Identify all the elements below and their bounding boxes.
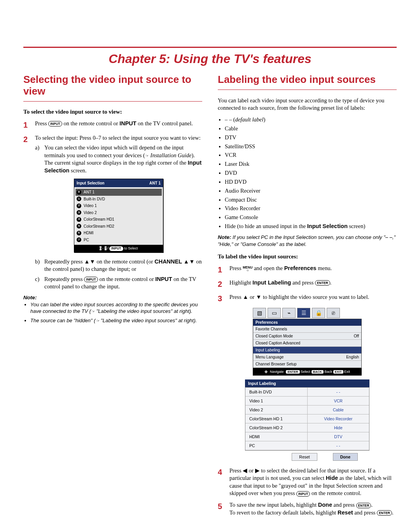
label-item: Cable xyxy=(225,125,397,132)
step-number: 4 xyxy=(218,467,226,497)
pref-row: Favorite Channels xyxy=(253,326,361,333)
digit-icon: 1 xyxy=(77,197,81,201)
text: and press xyxy=(291,279,315,286)
text: . xyxy=(371,502,373,508)
osd-item-label: HDMI xyxy=(84,230,94,236)
osd-item: 6HDMI xyxy=(77,230,161,237)
il-title: Input Labeling xyxy=(245,379,369,387)
right-step-2: 2 Highlight Input Labeling and press ENT… xyxy=(218,279,397,290)
bold-label: Hide xyxy=(326,475,338,481)
text: Press xyxy=(229,265,243,271)
text: . xyxy=(392,509,394,516)
right-step-1: 1 Press MENU○ and open the Preferences m… xyxy=(218,265,397,275)
digit-icon: 6 xyxy=(77,231,81,235)
il-row: PC- - xyxy=(245,441,369,450)
pref-row: Input Labeling xyxy=(253,347,361,354)
label-item: Satellite/DSS xyxy=(225,143,397,150)
label-item: DTV xyxy=(225,134,397,141)
osd-item: 3Video 2 xyxy=(77,209,161,216)
osd-item-label: Video 1 xyxy=(84,203,97,209)
note-heading: Note: xyxy=(218,234,231,240)
osd-item-label: Built-In DVD xyxy=(84,197,105,202)
pref-row: Menu LanguageEnglish xyxy=(253,354,361,361)
text: . xyxy=(330,279,332,286)
text: Press ▲ or ▼ to highlight the video sour… xyxy=(229,293,397,304)
il-row: ColorStream HD 1Video Recorder xyxy=(245,414,369,423)
step-number: 3 xyxy=(218,293,226,304)
tab-apps-icon: ⌁ xyxy=(282,308,296,318)
step-number: 1 xyxy=(218,265,226,275)
osd-item-label: ANT 1 xyxy=(84,190,94,195)
enter-key-icon: ENTER xyxy=(377,510,392,516)
il-row: HDMIDTV xyxy=(245,432,369,441)
label-item: Hide (to hide an unused input in the Inp… xyxy=(225,223,397,230)
right-step-5: 5 To save the new input labels, highligh… xyxy=(218,501,397,516)
text: Repeatedly press xyxy=(44,276,84,282)
tab-picture-icon: ▧ xyxy=(253,308,266,318)
left-step-1: 1 Press INPUT on the remote control or I… xyxy=(23,120,202,130)
input-pill: INPUT xyxy=(109,246,123,251)
text: and press xyxy=(332,502,356,508)
menu-key-icon: MENU○ xyxy=(243,266,252,272)
label-item: Game Console xyxy=(225,214,397,221)
reset-button: Reset xyxy=(292,453,317,461)
digit-icon: 7 xyxy=(77,237,81,242)
letter-b: b) xyxy=(35,258,42,273)
osd-item-label: ColorStream HD1 xyxy=(84,217,114,222)
osd-item-label: ColorStream HD2 xyxy=(84,224,114,229)
bold-label: INPUT xyxy=(155,276,172,282)
note-item: You can label the video input sources ac… xyxy=(30,301,202,315)
text: To select the input: Press 0–7 to select… xyxy=(35,135,201,141)
note-item: The source can be "hidden" (☞ "Labeling … xyxy=(30,317,202,324)
note-heading: Note: xyxy=(23,295,202,300)
il-row: Video 1VCR xyxy=(245,397,369,406)
osd-item: 1Built-In DVD xyxy=(77,196,161,203)
text: Repeatedly press ▲▼ on the remote contro… xyxy=(44,258,154,265)
osd-item: 5ColorStream HD2 xyxy=(77,223,161,230)
osd-item-label: Video 2 xyxy=(84,210,97,216)
pref-row: Closed Caption ModeOff xyxy=(253,333,361,340)
tab-lock-icon: 🔒 xyxy=(312,308,325,318)
il-row: Built-In DVD- - xyxy=(245,388,369,397)
pref-row: Closed Caption Advanced xyxy=(253,340,361,347)
enter-key-icon: ENTER xyxy=(315,280,330,286)
input-key-icon: INPUT xyxy=(84,277,98,282)
label-item: DVD xyxy=(225,169,397,177)
label-item: Compact Disc xyxy=(225,196,397,204)
text: ). xyxy=(191,152,194,158)
text: To revert to the factory default labels,… xyxy=(229,509,338,516)
bold-label: Reset xyxy=(338,509,353,516)
osd-item: 0ANT 1 xyxy=(75,189,162,196)
heading-label-sources: Labeling the video input sources xyxy=(218,74,397,90)
substep-b: b) Repeatedly press ▲▼ on the remote con… xyxy=(35,258,202,273)
text: menu. xyxy=(317,265,332,271)
label-item: VCR xyxy=(225,151,397,159)
navigate-icon: ✥ xyxy=(264,370,268,374)
digit-icon: 5 xyxy=(77,224,81,228)
text: The current signal source displays in th… xyxy=(44,160,188,166)
digit-icon: 2 xyxy=(77,204,81,208)
right-step-4: 4 Press ◀ or ▶ to select the desired lab… xyxy=(218,467,397,497)
step-number: 2 xyxy=(23,134,31,291)
chapter-title: Chapter 5: Using the TV's features xyxy=(23,52,397,66)
done-button: Done xyxy=(333,453,358,461)
italic-ref: Installation Guide xyxy=(149,152,192,158)
label-item: Audio Receiver xyxy=(225,187,397,195)
bold-label: Preferences xyxy=(284,265,317,271)
label-item: Laser Disk xyxy=(225,160,397,168)
note-pc: Note: If you select PC in the Input Sele… xyxy=(218,234,397,248)
input-key-icon: INPUT xyxy=(296,491,310,497)
right-step-3: 3 Press ▲ or ▼ to highlight the video so… xyxy=(218,293,397,304)
pref-tabs: ▧ ▭ ⌁ ☰ 🔒 ⎚ xyxy=(253,308,362,318)
digit-icon: 0 xyxy=(77,190,81,195)
osd-input-selection: Input Selection ANT 1 0ANT 11Built-In DV… xyxy=(74,179,163,253)
osd-item: 2Video 1 xyxy=(77,202,161,209)
label-item: – – (default label) xyxy=(225,116,397,123)
note-list: You can label the video input sources ac… xyxy=(23,301,202,324)
substep-a: a) You can select the video input which … xyxy=(35,144,202,174)
osd-badge: ANT 1 xyxy=(149,181,161,186)
input-label: INPUT xyxy=(119,120,136,126)
input-key-icon: INPUT xyxy=(48,121,62,126)
osd-item: 7PC xyxy=(77,237,161,244)
label-item: Video Recorder xyxy=(225,205,397,212)
